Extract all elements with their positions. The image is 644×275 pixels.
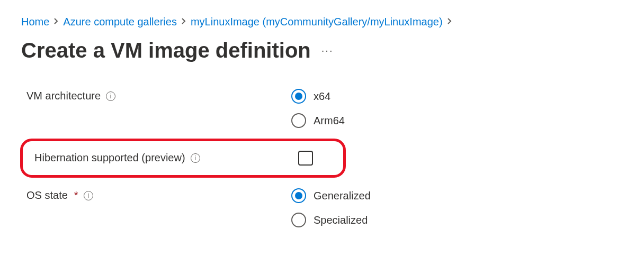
radio-icon: [291, 113, 306, 128]
radio-icon: [291, 89, 306, 104]
label-os-state: OS state * i: [26, 188, 291, 201]
field-vm-architecture: VM architecture i x64 Arm64: [21, 89, 623, 128]
control-vm-architecture: x64 Arm64: [291, 89, 345, 128]
breadcrumb-galleries[interactable]: Azure compute galleries: [63, 16, 177, 28]
radio-x64[interactable]: x64: [291, 89, 345, 104]
info-icon[interactable]: i: [84, 191, 93, 200]
control-hibernation: [283, 151, 313, 166]
chevron-right-icon: [53, 17, 59, 27]
chevron-right-icon: [181, 17, 186, 27]
control-os-state: Generalized Specialized: [291, 188, 371, 227]
label-hibernation: Hibernation supported (preview) i: [34, 151, 283, 164]
label-vm-architecture: VM architecture i: [26, 89, 291, 102]
hibernation-checkbox[interactable]: [298, 151, 313, 166]
page-title: Create a VM image definition: [21, 39, 311, 62]
radio-generalized[interactable]: Generalized: [291, 188, 371, 203]
more-actions-button[interactable]: ···: [321, 44, 334, 57]
radio-icon: [291, 188, 306, 203]
radio-label: x64: [314, 90, 330, 103]
field-hibernation: Hibernation supported (preview) i: [28, 151, 338, 166]
radio-arm64[interactable]: Arm64: [291, 113, 345, 128]
field-os-state: OS state * i Generalized Specialized: [21, 188, 623, 227]
radio-specialized[interactable]: Specialized: [291, 213, 371, 227]
breadcrumb-home[interactable]: Home: [21, 16, 49, 28]
required-indicator: *: [74, 189, 78, 201]
breadcrumb: Home Azure compute galleries myLinuxImag…: [21, 16, 623, 28]
chevron-right-icon: [447, 17, 452, 27]
info-icon[interactable]: i: [106, 91, 115, 101]
breadcrumb-image[interactable]: myLinuxImage (myCommunityGallery/myLinux…: [191, 16, 443, 28]
title-row: Create a VM image definition ···: [21, 39, 623, 62]
radio-label: Generalized: [314, 190, 371, 202]
radio-icon: [291, 213, 306, 227]
highlight-annotation: Hibernation supported (preview) i: [20, 139, 346, 178]
label-text: Hibernation supported (preview): [34, 152, 185, 164]
label-text: OS state: [26, 189, 68, 201]
label-text: VM architecture: [26, 90, 101, 102]
info-icon[interactable]: i: [191, 153, 200, 163]
radio-label: Arm64: [314, 115, 345, 127]
radio-label: Specialized: [314, 214, 368, 226]
